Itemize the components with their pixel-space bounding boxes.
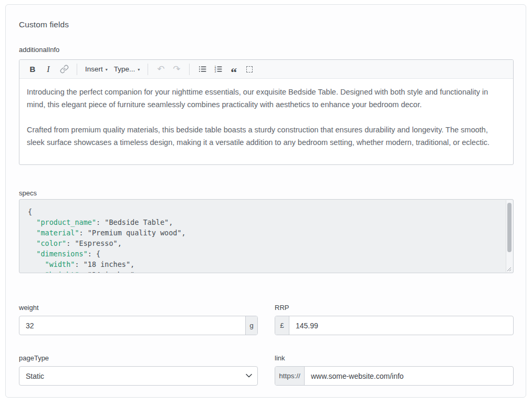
insert-dropdown[interactable]: Insert ▾: [83, 63, 110, 76]
specs-code-content: { "product_name": "Bedside Table", "mate…: [19, 200, 513, 273]
scrollbar[interactable]: [506, 200, 513, 272]
scrollbar-thumb[interactable]: [507, 203, 512, 252]
insert-dropdown-label: Insert: [85, 65, 103, 73]
card-title: Custom fields: [19, 20, 69, 29]
chevron-down-icon: ▾: [106, 67, 108, 72]
page-type-select-wrap: Static: [19, 366, 258, 386]
resize-handle-icon[interactable]: [506, 266, 512, 272]
type-dropdown-label: Type...: [114, 65, 135, 73]
undo-button[interactable]: ↶: [154, 63, 168, 76]
toolbar-divider: [77, 64, 77, 75]
bullet-list-button[interactable]: [195, 63, 209, 76]
toolbar-divider: [148, 64, 148, 75]
specs-label: specs: [19, 189, 37, 197]
rrp-label: RRP: [275, 304, 289, 312]
block-outline-icon: [246, 66, 253, 72]
editor-paragraph: Introducing the perfect companion for yo…: [27, 86, 506, 111]
page-type-label: pageType: [19, 354, 49, 362]
currency-prefix: £: [275, 316, 289, 335]
rrp-input[interactable]: [289, 316, 513, 335]
redo-button[interactable]: ↷: [170, 63, 183, 76]
numbered-list-button[interactable]: 1 2 3: [211, 63, 225, 76]
specs-code-editor[interactable]: { "product_name": "Bedside Table", "mate…: [19, 199, 514, 273]
toolbar-divider: [189, 64, 190, 75]
bullet-list-icon: [198, 65, 207, 74]
link-input[interactable]: [305, 367, 513, 385]
editor-toolbar: B I Insert ▾ Type... ▾ ↶: [19, 60, 513, 79]
type-dropdown[interactable]: Type... ▾: [112, 63, 142, 76]
italic-button[interactable]: I: [41, 63, 55, 76]
blockquote-button[interactable]: “: [227, 63, 241, 76]
link-label: link: [275, 354, 285, 362]
rrp-field-group: £: [275, 316, 514, 335]
weight-field-group: g: [19, 316, 258, 335]
page-type-select[interactable]: Static: [19, 366, 258, 386]
protocol-prefix: https://: [275, 367, 305, 385]
numbered-list-icon: 1 2 3: [214, 65, 223, 74]
editor-paragraph: Crafted from premium quality materials, …: [27, 123, 506, 149]
code-block-button[interactable]: [243, 63, 256, 76]
link-icon: [60, 65, 69, 74]
svg-text:3: 3: [214, 70, 216, 73]
chevron-down-icon: ▾: [138, 67, 140, 72]
weight-label: weight: [19, 304, 39, 312]
page: Custom fields additionalInfo B I Insert …: [0, 0, 532, 404]
weight-unit-suffix: g: [245, 316, 257, 335]
link-button[interactable]: [57, 63, 71, 76]
rich-text-editor: B I Insert ▾ Type... ▾ ↶: [19, 59, 514, 165]
link-field-group: https://: [275, 366, 514, 386]
editor-content[interactable]: Introducing the perfect companion for yo…: [19, 79, 513, 156]
additional-info-label: additionalInfo: [19, 46, 59, 54]
custom-fields-card: Custom fields additionalInfo B I Insert …: [5, 4, 526, 398]
weight-input[interactable]: [19, 316, 245, 335]
bold-button[interactable]: B: [26, 63, 39, 76]
